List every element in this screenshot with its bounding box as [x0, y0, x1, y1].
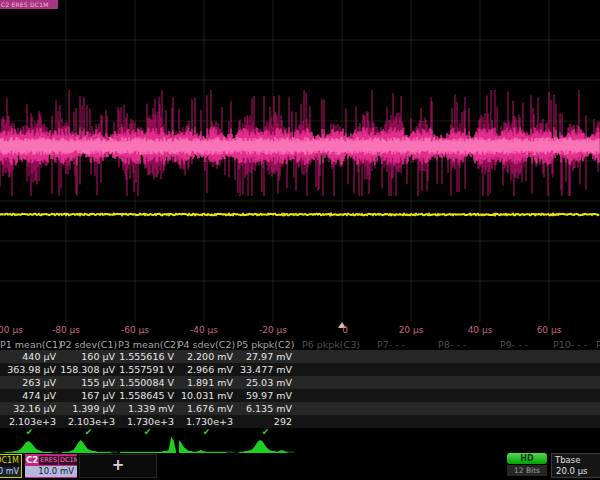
- measure-header-unused[interactable]: P10- - -: [544, 339, 596, 350]
- measure-value: 2.103e+3: [0, 416, 59, 427]
- measure-value: 59.97 mV: [236, 390, 295, 401]
- measure-value: 33.477 mV: [236, 364, 295, 375]
- measure-value: 440 µV: [0, 351, 59, 362]
- measure-value: 32.16 µV: [0, 403, 59, 414]
- measure-value: 474 µV: [0, 390, 59, 401]
- measure-value: 1.558645 V: [118, 390, 177, 401]
- c1-coupling: DC1M: [0, 456, 19, 465]
- measure-value: 27.97 mV: [236, 351, 295, 362]
- measure-value: 1.730e+3: [177, 416, 236, 427]
- measure-value: 1.676 mV: [177, 403, 236, 414]
- measure-header-p5[interactable]: P5 pkpk(C2): [236, 339, 295, 350]
- channel-c2-descriptor[interactable]: C2 ERES DC1M 10.0 mV: [25, 454, 77, 478]
- measure-stats-row: 32.16 µV1.399 µV1.339 mV1.676 mV6.135 mV: [0, 402, 600, 415]
- c1-vdiv: 10.0 mV: [0, 467, 21, 477]
- time-tick-label: 60 µs: [537, 325, 562, 335]
- measure-header-row: P1 mean(C1)P2 sdev(C1)P3 mean(C2)P4 sdev…: [0, 338, 600, 350]
- measure-value: 2.200 mV: [177, 351, 236, 362]
- trace-label: C2 ERES DC1M: [0, 0, 58, 9]
- histicon[interactable]: [179, 437, 235, 453]
- measure-stats-row: 440 µV160 µV1.555616 V2.200 mV27.97 mV: [0, 350, 600, 363]
- time-tick-label: -80 µs: [52, 325, 80, 335]
- measure-header-p1[interactable]: P1 mean(C1): [0, 339, 59, 350]
- bottom-bar: C1 DC1M 10.0 mV C2 ERES DC1M 10.0 mV + H…: [0, 453, 600, 480]
- channel-c1-descriptor[interactable]: C1 DC1M 10.0 mV: [0, 454, 22, 478]
- measure-value: 263 µV: [0, 377, 59, 388]
- histicon[interactable]: [61, 437, 117, 453]
- c2-coupling-chip: DC1M: [59, 456, 77, 465]
- unused-measure-headers: P6 pkpk(C3)P7- - -P8- - -P9- - -P10- - -…: [300, 338, 600, 350]
- measure-value: 1.339 mV: [118, 403, 177, 414]
- hd-bits-label: 12 Bits: [507, 465, 547, 476]
- measure-value: 2.103e+3: [59, 416, 118, 427]
- measure-value: 292: [236, 416, 295, 427]
- measure-value: 6.135 mV: [236, 403, 295, 414]
- histicon[interactable]: [238, 437, 294, 453]
- status-check-icon: ✔: [0, 428, 59, 437]
- time-tick-label: -20 µs: [259, 325, 287, 335]
- measure-header-unused[interactable]: P9- - -: [484, 339, 544, 350]
- c2-label: C2: [26, 455, 38, 465]
- measure-value: 1.557591 V: [118, 364, 177, 375]
- waveform-display[interactable]: C2 ERES DC1M: [0, 0, 600, 322]
- c2-eres-chip: ERES: [39, 456, 58, 465]
- timebase-label: Tbase: [552, 454, 600, 466]
- measure-header-unused[interactable]: P11: [596, 339, 600, 350]
- status-check-icon: ✔: [177, 428, 236, 437]
- histicon-row: [0, 437, 600, 453]
- measure-value: 1.550084 V: [118, 377, 177, 388]
- measure-value: 1.730e+3: [118, 416, 177, 427]
- measure-value: 25.03 mV: [236, 377, 295, 388]
- measure-header-p4[interactable]: P4 sdev(C2): [177, 339, 236, 350]
- status-check-icon: ✔: [59, 428, 118, 437]
- measurement-table: P1 mean(C1)P2 sdev(C1)P3 mean(C2)P4 sdev…: [0, 338, 600, 437]
- time-tick-label: -40 µs: [190, 325, 218, 335]
- measure-stats-row: 474 µV167 µV1.558645 V10.031 mV59.97 mV: [0, 389, 600, 402]
- histicon[interactable]: [120, 437, 176, 453]
- measure-header-p3[interactable]: P3 mean(C2): [118, 339, 177, 350]
- measure-stats-row: 263 µV155 µV1.550084 V1.891 mV25.03 mV: [0, 376, 600, 389]
- time-tick-label: 40 µs: [468, 325, 493, 335]
- time-tick-label: -60 µs: [121, 325, 149, 335]
- time-tick-label: -100 µs: [0, 325, 23, 335]
- measure-value: 1.399 µV: [59, 403, 118, 414]
- time-tick-label: 0: [342, 325, 348, 335]
- measure-header-p2[interactable]: P2 sdev(C1): [59, 339, 118, 350]
- add-trace-button[interactable]: +: [79, 454, 157, 478]
- measure-value: 10.031 mV: [177, 390, 236, 401]
- measure-value: 2.966 mV: [177, 364, 236, 375]
- time-axis: -100 µs-80 µs-60 µs-40 µs-20 µs020 µs40 …: [0, 322, 600, 338]
- timebase-value: 20.0 µs: [552, 466, 600, 477]
- status-check-icon: ✔: [236, 428, 295, 437]
- measure-value: 1.555616 V: [118, 351, 177, 362]
- measure-header-unused[interactable]: P6 pkpk(C3): [300, 339, 362, 350]
- measure-value: 167 µV: [59, 390, 118, 401]
- measure-value: 158.308 µV: [59, 364, 118, 375]
- measure-header-unused[interactable]: P7- - -: [362, 339, 420, 350]
- timebase-descriptor[interactable]: Tbase 20.0 µs: [551, 453, 600, 478]
- hd-mode-badge[interactable]: HD: [507, 453, 547, 464]
- oscilloscope-screen: C2 ERES DC1M -100 µs-80 µs-60 µs-40 µs-2…: [0, 0, 600, 480]
- histicon[interactable]: [2, 437, 58, 453]
- measure-stats-row: 363.98 µV158.308 µV1.557591 V2.966 mV33.…: [0, 363, 600, 376]
- status-check-icon: ✔: [118, 428, 177, 437]
- measure-value: 155 µV: [59, 377, 118, 388]
- measure-value: 160 µV: [59, 351, 118, 362]
- c2-vdiv: 10.0 mV: [25, 466, 77, 477]
- measure-value: 1.891 mV: [177, 377, 236, 388]
- waveform-plot: [0, 0, 600, 322]
- measure-value: 363.98 µV: [0, 364, 59, 375]
- time-tick-label: 20 µs: [399, 325, 424, 335]
- measure-header-unused[interactable]: P8- - -: [420, 339, 484, 350]
- measure-status-row: ✔✔✔✔✔: [0, 428, 600, 437]
